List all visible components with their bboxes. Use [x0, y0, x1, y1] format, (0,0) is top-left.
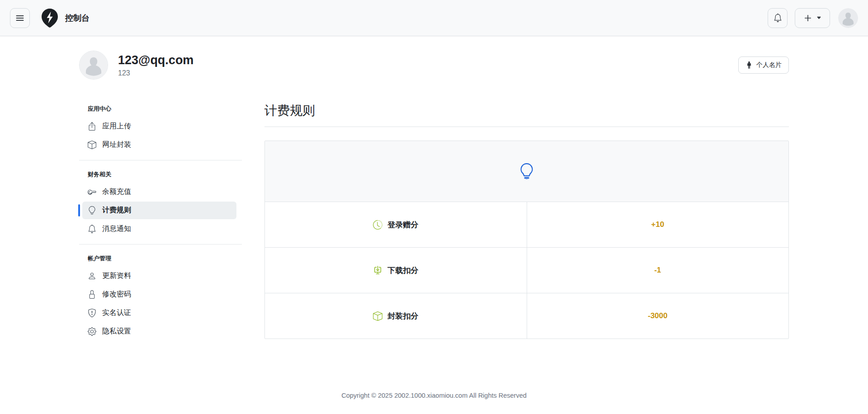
sidebar-section-app-center: 应用中心 — [79, 102, 242, 118]
menu-toggle-button[interactable] — [10, 8, 30, 28]
sidebar-item-label: 计费规则 — [102, 206, 131, 215]
top-navbar: 控制台 — [0, 0, 868, 36]
shield-exclamation-icon — [88, 309, 96, 317]
profile-email: 123@qq.com — [118, 53, 193, 67]
lightbulb-icon — [88, 206, 96, 215]
billing-table-header — [265, 141, 788, 202]
hamburger-icon — [15, 14, 24, 23]
gear-icon — [88, 327, 96, 336]
bell-icon — [88, 225, 96, 233]
box-icon — [373, 311, 382, 321]
caret-down-icon — [816, 15, 821, 20]
key-icon — [88, 188, 96, 196]
upload-icon — [88, 122, 96, 131]
notifications-button[interactable] — [768, 8, 788, 28]
rule-value: -3000 — [527, 293, 789, 339]
person-icon — [88, 272, 96, 280]
sidebar-item-balance-recharge[interactable]: 余额充值 — [82, 183, 236, 201]
sidebar-item-privacy-settings[interactable]: 隐私设置 — [82, 323, 236, 340]
table-row: 登录赠分 +10 — [265, 202, 788, 247]
app-logo-icon — [40, 8, 60, 28]
rule-value: +10 — [527, 202, 789, 247]
sidebar-item-update-profile[interactable]: 更新资料 — [82, 267, 236, 285]
person-standing-icon — [745, 61, 753, 69]
rule-label: 登录赠分 — [387, 220, 418, 230]
lock-icon — [88, 290, 96, 299]
personal-card-button[interactable]: 个人名片 — [738, 56, 789, 74]
user-avatar[interactable] — [838, 8, 858, 28]
sidebar-item-label: 隐私设置 — [102, 327, 131, 336]
copyright-footer: Copyright © 2025 2002.1000.xiaomiou.com … — [0, 392, 868, 399]
clock-history-icon — [373, 220, 382, 230]
sidebar-item-label: 消息通知 — [102, 224, 131, 234]
sidebar-item-billing-rules[interactable]: 计费规则 — [82, 202, 236, 219]
sidebar-divider — [79, 244, 242, 245]
sidebar-divider — [79, 160, 242, 160]
create-new-button[interactable] — [795, 8, 830, 28]
sidebar-item-label: 余额充值 — [102, 187, 131, 197]
main-content: 计费规则 登录赠分 +10 — [264, 102, 789, 339]
sidebar-item-label: 更新资料 — [102, 271, 131, 281]
sidebar-item-label: 应用上传 — [102, 122, 131, 131]
box-icon — [88, 141, 96, 149]
sidebar-item-app-upload[interactable]: 应用上传 — [82, 118, 236, 135]
sidebar-section-finance: 财务相关 — [79, 168, 242, 183]
profile-username: 123 — [118, 69, 193, 77]
rule-label: 下载扣分 — [387, 265, 418, 276]
plus-icon — [804, 14, 812, 22]
table-row: 封装扣分 -3000 — [265, 293, 788, 339]
sidebar-item-url-package[interactable]: 网址封装 — [82, 136, 236, 154]
profile-header: 123@qq.com 123 个人名片 — [79, 51, 789, 80]
app-title: 控制台 — [65, 13, 90, 24]
sidebar-section-account: 帐户管理 — [79, 252, 242, 267]
table-row: 下载扣分 -1 — [265, 247, 788, 293]
sidebar-item-real-name-verify[interactable]: 实名认证 — [82, 304, 236, 322]
sidebar-item-notifications[interactable]: 消息通知 — [82, 220, 236, 238]
personal-card-label: 个人名片 — [756, 61, 782, 69]
lightbulb-icon — [519, 163, 535, 179]
rule-label: 封装扣分 — [387, 311, 418, 321]
sidebar-item-change-password[interactable]: 修改密码 — [82, 286, 236, 303]
bell-icon — [774, 14, 782, 22]
profile-avatar — [79, 51, 108, 80]
sidebar-item-label: 实名认证 — [102, 308, 131, 318]
sidebar-item-label: 网址封装 — [102, 140, 131, 150]
billing-rules-table: 登录赠分 +10 下载扣分 -1 — [264, 141, 789, 339]
sidebar-nav: 应用中心 应用上传 网址封装 财务相关 余额充值 — [79, 102, 242, 341]
rule-value: -1 — [527, 248, 789, 293]
sidebar-item-label: 修改密码 — [102, 290, 131, 299]
page-title: 计费规则 — [264, 102, 789, 127]
download-icon — [373, 266, 382, 275]
